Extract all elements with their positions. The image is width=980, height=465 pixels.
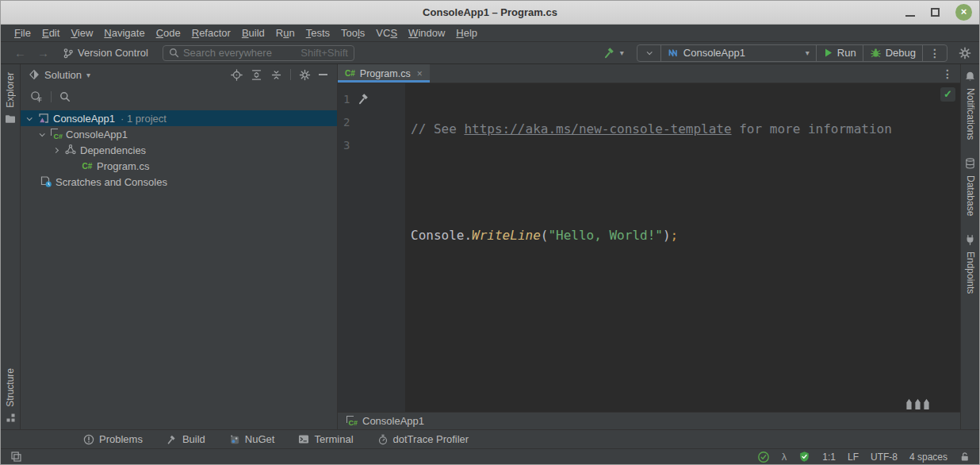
line-separator[interactable]: LF: [848, 452, 859, 463]
divider: [290, 69, 291, 80]
close-button[interactable]: ×: [955, 4, 972, 21]
menu-edit[interactable]: Edit: [36, 27, 65, 39]
stopwatch-icon: [377, 434, 389, 445]
run-label: Run: [837, 47, 856, 59]
maximize-button[interactable]: [931, 8, 940, 17]
menu-tests[interactable]: Tests: [301, 27, 335, 39]
bug-icon: [870, 47, 882, 59]
explorer-stripe-label: Explorer: [5, 72, 16, 108]
tool-windows-toggle-icon[interactable]: [10, 451, 22, 463]
folder-icon: [5, 113, 16, 124]
forward-icon[interactable]: →: [32, 46, 55, 60]
menu-window[interactable]: Window: [403, 27, 450, 39]
lock-icon[interactable]: [959, 452, 970, 462]
minimize-button[interactable]: [905, 9, 915, 17]
solution-tree: ConsoleApp1 · 1 project C# ConsoleApp1 D…: [21, 109, 337, 190]
menu-code[interactable]: Code: [151, 27, 186, 39]
chevron-down-icon[interactable]: [40, 131, 45, 136]
explorer-toolbar: [21, 85, 337, 109]
line-number: 2: [343, 116, 350, 129]
breadcrumb-item[interactable]: ConsoleApp1: [362, 415, 424, 427]
menu-build[interactable]: Build: [236, 27, 270, 39]
run-config-expand-button[interactable]: [637, 45, 660, 61]
file-encoding[interactable]: UTF-8: [871, 452, 898, 463]
menu-vcs[interactable]: VCS: [370, 27, 403, 39]
tool-window-structure-button[interactable]: Structure: [5, 368, 16, 423]
tree-item-label: Program.cs: [97, 160, 149, 172]
menu-view[interactable]: View: [65, 27, 98, 39]
tree-item-program-cs[interactable]: C# Program.cs: [21, 158, 337, 174]
tree-item-dependencies[interactable]: Dependencies: [21, 142, 337, 158]
pens-icon[interactable]: [905, 398, 930, 410]
collapse-all-icon[interactable]: [270, 69, 282, 81]
search-shortcut-hint: Shift+Shift: [301, 47, 348, 59]
more-run-options-button[interactable]: ⋮: [922, 45, 947, 61]
inspections-ok-icon[interactable]: ✓: [940, 87, 955, 102]
code-editor[interactable]: 1 2 3 // See https://aka.ms/new-console-…: [338, 83, 960, 412]
chevron-down-icon[interactable]: [27, 115, 33, 121]
build-ok-icon[interactable]: [757, 451, 770, 463]
endpoints-stripe-label: Endpoints: [965, 252, 976, 294]
menu-navigate[interactable]: Navigate: [98, 27, 150, 39]
menu-file[interactable]: File: [9, 27, 36, 39]
title-bar[interactable]: ConsoleApp1 – Program.cs ×: [1, 1, 979, 25]
code-line: [411, 171, 960, 194]
run-configuration-name: ConsoleApp1: [683, 47, 745, 59]
close-tab-icon[interactable]: ×: [417, 68, 423, 79]
chevron-down-icon[interactable]: ▾: [86, 71, 90, 79]
lambda-indicator-icon[interactable]: λ: [782, 451, 787, 463]
csharp-project-icon: C#: [346, 415, 358, 427]
tree-item-label: Scratches and Consoles: [56, 176, 167, 188]
build-solution-button[interactable]: ▾: [603, 46, 624, 60]
tool-window-problems-button[interactable]: Problems: [83, 433, 143, 445]
caret-position[interactable]: 1:1: [822, 452, 836, 463]
expand-all-icon[interactable]: [251, 69, 262, 81]
tool-window-database-button[interactable]: Database: [964, 157, 976, 216]
git-branch-icon: [63, 48, 74, 59]
code-content[interactable]: // See https://aka.ms/new-console-templa…: [405, 83, 960, 412]
tool-window-nuget-button[interactable]: NuGet: [229, 433, 275, 445]
tool-window-explorer-button[interactable]: Explorer: [5, 72, 16, 124]
tool-window-endpoints-button[interactable]: Endpoints: [964, 234, 976, 294]
highlighting-shield-icon[interactable]: [798, 451, 810, 463]
right-tool-window-stripe: Notifications Database Endpoints: [960, 64, 979, 429]
tree-item-project[interactable]: C# ConsoleApp1: [21, 126, 337, 142]
run-button[interactable]: Run: [816, 45, 863, 61]
chevron-down-icon[interactable]: ▾: [620, 48, 624, 57]
hide-panel-icon[interactable]: [319, 74, 327, 75]
tree-item-scratches[interactable]: Scratches and Consoles: [21, 174, 337, 190]
run-configuration-selector[interactable]: ConsoleApp1 ▾: [660, 45, 816, 61]
comment-link[interactable]: https://aka.ms/new-console-template: [464, 121, 731, 136]
chevron-right-icon[interactable]: [53, 147, 59, 152]
locate-file-icon[interactable]: [231, 69, 243, 81]
code-line: // See https://aka.ms/new-console-templa…: [411, 117, 960, 140]
tool-window-notifications-button[interactable]: Notifications: [964, 71, 976, 140]
tree-item-solution[interactable]: ConsoleApp1 · 1 project: [21, 110, 337, 126]
search-tree-icon[interactable]: [59, 91, 71, 102]
menu-run[interactable]: Run: [270, 27, 301, 39]
panel-settings-gear-icon[interactable]: [299, 69, 311, 81]
bell-icon: [964, 71, 976, 83]
indent-setting[interactable]: 4 spaces: [909, 452, 947, 463]
run-gutter-hammer-icon[interactable]: [358, 92, 371, 106]
back-icon[interactable]: ←: [9, 46, 32, 60]
menu-tools[interactable]: Tools: [335, 27, 370, 39]
tool-window-build-button[interactable]: Build: [167, 433, 205, 445]
view-mode-icon[interactable]: [30, 90, 43, 103]
version-control-widget[interactable]: Version Control: [63, 47, 148, 59]
debug-button[interactable]: Debug: [863, 45, 922, 61]
problems-label: Problems: [99, 433, 143, 445]
menu-help[interactable]: Help: [450, 27, 483, 39]
settings-gear-icon[interactable]: [959, 47, 971, 60]
menu-refactor[interactable]: Refactor: [186, 27, 236, 39]
explorer-view-title[interactable]: Solution: [44, 69, 82, 81]
tool-window-dottrace-button[interactable]: dotTrace Profiler: [377, 433, 469, 445]
main-toolbar: ← → Version Control Search everywhere Sh…: [1, 42, 979, 64]
tab-program-cs[interactable]: C# Program.cs ×: [338, 64, 430, 83]
editor-area: C# Program.cs × ⋮ 1 2 3 // See https://a…: [338, 64, 960, 429]
dottrace-profiler-label: dotTrace Profiler: [393, 433, 469, 445]
tab-options-icon[interactable]: ⋮: [942, 67, 953, 80]
tree-item-suffix: · 1 project: [121, 113, 167, 125]
search-everywhere-box[interactable]: Search everywhere Shift+Shift: [163, 45, 354, 61]
tool-window-terminal-button[interactable]: Terminal: [298, 433, 353, 445]
